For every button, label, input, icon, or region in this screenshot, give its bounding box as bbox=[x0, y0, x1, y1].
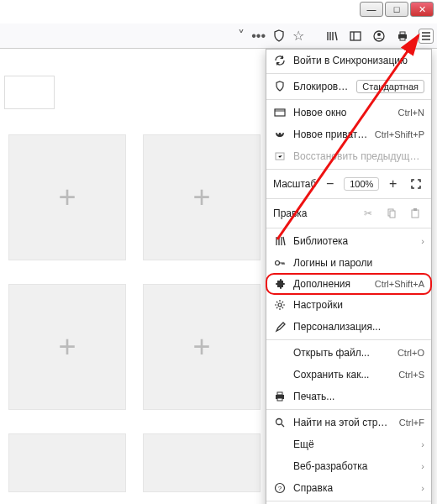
toolbar-buttons bbox=[324, 29, 434, 44]
blank-icon bbox=[273, 459, 287, 473]
menu-shortcut: Ctrl+O bbox=[398, 348, 424, 358]
sidebar-icon[interactable] bbox=[348, 29, 363, 44]
svg-rect-19 bbox=[277, 392, 282, 395]
key-icon bbox=[273, 256, 287, 270]
menu-save-as[interactable]: Сохранить как... Ctrl+S bbox=[266, 364, 431, 386]
mask-icon bbox=[273, 128, 287, 141]
svg-point-21 bbox=[276, 419, 282, 425]
shield-icon bbox=[273, 80, 287, 93]
menu-label: Справка bbox=[293, 482, 414, 494]
top-sites-row: + + bbox=[8, 284, 261, 410]
svg-rect-13 bbox=[390, 211, 395, 218]
window-controls: — □ ✕ bbox=[360, 2, 434, 17]
paste-button[interactable] bbox=[406, 204, 424, 223]
top-sites-row bbox=[8, 433, 261, 492]
svg-point-16 bbox=[276, 261, 280, 265]
menu-open-file[interactable]: Открыть файл... Ctrl+O bbox=[266, 342, 431, 364]
menu-edit: Правка ✂ bbox=[266, 201, 431, 226]
library-icon[interactable] bbox=[324, 29, 340, 44]
menu-label: Веб-разработка bbox=[293, 460, 414, 472]
menu-separator bbox=[266, 99, 431, 100]
menu-content-blocking[interactable]: Блокировка содержимого Стандартная bbox=[266, 76, 431, 97]
thumbnail-tile[interactable]: + bbox=[143, 284, 261, 410]
menu-more[interactable]: Ещё › bbox=[266, 433, 431, 455]
thumbnail-tile[interactable]: + bbox=[8, 134, 126, 260]
thumbnail-tile-small[interactable] bbox=[4, 76, 55, 109]
print-icon[interactable] bbox=[395, 29, 410, 44]
svg-point-17 bbox=[278, 303, 282, 307]
menu-separator bbox=[266, 409, 431, 410]
account-icon[interactable] bbox=[371, 29, 387, 44]
thumbnail-tile[interactable]: + bbox=[8, 284, 126, 410]
menu-restore-session: Восстановить предыдущую сессию bbox=[266, 145, 431, 167]
thumbnail-tile[interactable] bbox=[8, 433, 126, 492]
top-sites-row: + + bbox=[8, 134, 261, 260]
chevron-down-icon[interactable]: ˅ bbox=[238, 28, 245, 44]
svg-rect-0 bbox=[350, 32, 361, 40]
zoom-in-button[interactable]: + bbox=[384, 175, 402, 193]
plus-icon: + bbox=[58, 180, 76, 215]
shield-icon[interactable] bbox=[272, 29, 286, 43]
fullscreen-button[interactable] bbox=[407, 175, 424, 193]
chevron-right-icon: › bbox=[421, 461, 424, 471]
menu-label: Войти в Синхронизацию bbox=[293, 55, 424, 66]
menu-separator bbox=[266, 198, 431, 199]
menu-settings[interactable]: Настройки bbox=[266, 294, 431, 316]
svg-point-10 bbox=[281, 133, 282, 134]
chevron-right-icon: › bbox=[421, 439, 424, 449]
menu-customize[interactable]: Персонализация... bbox=[266, 316, 431, 338]
bookmark-star-icon[interactable]: ☆ bbox=[292, 28, 304, 44]
zoom-out-button[interactable]: − bbox=[321, 175, 339, 193]
menu-shortcut: Ctrl+Shift+P bbox=[375, 129, 424, 139]
svg-text:?: ? bbox=[278, 485, 282, 492]
chevron-right-icon: › bbox=[421, 236, 424, 246]
menu-label: Персонализация... bbox=[293, 321, 424, 333]
menu-help[interactable]: ? Справка › bbox=[266, 477, 431, 499]
hamburger-menu-button[interactable] bbox=[419, 29, 434, 44]
svg-rect-14 bbox=[412, 210, 419, 218]
menu-separator bbox=[266, 169, 431, 170]
search-icon bbox=[273, 416, 287, 429]
menu-new-private[interactable]: Новое приватное окно Ctrl+Shift+P bbox=[266, 123, 431, 145]
blocking-badge: Стандартная bbox=[356, 80, 424, 93]
help-icon: ? bbox=[273, 481, 287, 495]
sync-icon bbox=[273, 54, 287, 67]
blank-icon bbox=[273, 438, 287, 451]
menu-shortcut: Ctrl+Shift+A bbox=[375, 279, 424, 289]
page-actions-icon[interactable]: ••• bbox=[251, 29, 266, 44]
blank-icon bbox=[273, 368, 287, 381]
menu-zoom: Масштаб − 100% + bbox=[266, 171, 431, 197]
puzzle-icon bbox=[273, 277, 287, 291]
minimize-button[interactable]: — bbox=[360, 2, 383, 17]
menu-new-window[interactable]: Новое окно Ctrl+N bbox=[266, 102, 431, 123]
menu-sync[interactable]: Войти в Синхронизацию bbox=[266, 50, 431, 71]
menu-logins[interactable]: Логины и пароли bbox=[266, 252, 431, 274]
cut-button[interactable]: ✂ bbox=[359, 204, 377, 223]
brush-icon bbox=[273, 320, 287, 333]
menu-label: Открыть файл... bbox=[293, 347, 391, 359]
window-icon bbox=[273, 106, 287, 119]
svg-rect-15 bbox=[413, 208, 417, 211]
menu-label: Новое приватное окно bbox=[293, 129, 368, 140]
edit-label: Правка bbox=[273, 207, 354, 219]
menu-webdev[interactable]: Веб-разработка › bbox=[266, 455, 431, 477]
close-button[interactable]: ✕ bbox=[410, 2, 434, 17]
copy-button[interactable] bbox=[382, 204, 401, 223]
svg-rect-5 bbox=[400, 32, 405, 34]
menu-label: Дополнения bbox=[293, 278, 368, 290]
svg-rect-7 bbox=[275, 109, 285, 116]
maximize-button[interactable]: □ bbox=[385, 2, 408, 17]
menu-library[interactable]: Библиотека › bbox=[266, 230, 431, 252]
menu-label: Блокировка содержимого bbox=[293, 81, 350, 92]
thumbnail-tile[interactable]: + bbox=[143, 134, 261, 260]
menu-addons[interactable]: Дополнения Ctrl+Shift+A bbox=[266, 273, 432, 295]
thumbnail-tile[interactable] bbox=[143, 433, 261, 492]
menu-label: Настройки bbox=[293, 299, 424, 311]
svg-rect-6 bbox=[400, 38, 405, 40]
menu-separator bbox=[266, 73, 431, 74]
menu-label: Новое окно bbox=[293, 107, 392, 118]
menu-print[interactable]: Печать... bbox=[266, 386, 431, 407]
print-icon bbox=[273, 390, 287, 403]
zoom-label: Масштаб bbox=[273, 178, 316, 190]
menu-find[interactable]: Найти на этой странице... Ctrl+F bbox=[266, 412, 431, 433]
